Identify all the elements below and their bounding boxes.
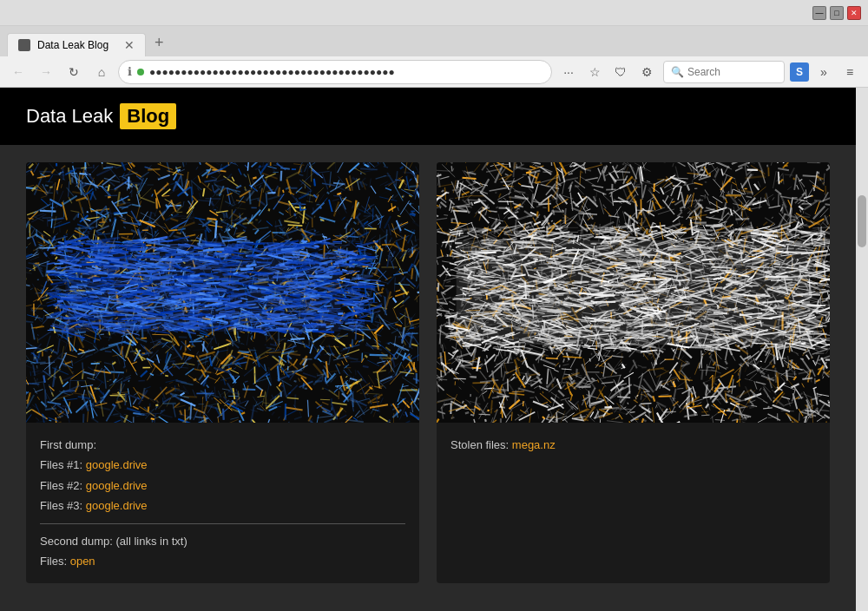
extensions-button[interactable]: S	[790, 62, 809, 82]
forward-button[interactable]: →	[35, 61, 57, 83]
maximize-button[interactable]: □	[830, 6, 844, 20]
files-open: Files: open	[40, 551, 405, 571]
card-left: First dump: Files #1: google.drive Files…	[26, 162, 419, 583]
tab-title: Data Leak Blog	[37, 39, 108, 51]
scrollbar[interactable]	[856, 88, 868, 611]
page-wrapper: Data Leak Blog First dump: Files #1: goo…	[0, 88, 856, 611]
noise-canvas-left	[26, 162, 419, 423]
first-dump-label: First dump:	[40, 435, 405, 455]
noise-canvas-right	[437, 162, 830, 423]
address-bar[interactable]: ℹ ●●●●●●●●●●●●●●●●●●●●●●●●●●●●●●●●●●●●●●…	[118, 60, 552, 84]
tab-favicon	[18, 39, 30, 51]
tab-close-button[interactable]: ✕	[124, 38, 135, 52]
files-3: Files #3: google.drive	[40, 496, 405, 516]
back-button[interactable]: ←	[7, 61, 30, 83]
content-area: First dump: Files #1: google.drive Files…	[0, 145, 856, 601]
card-left-body: First dump: Files #1: google.drive Files…	[26, 423, 419, 583]
files-3-link[interactable]: google.drive	[86, 499, 148, 512]
stolen-files-label: Stolen files:	[450, 438, 512, 451]
new-tab-button[interactable]: +	[146, 30, 173, 56]
card-divider	[40, 523, 405, 524]
bookmark-button[interactable]: ☆	[583, 61, 606, 83]
active-tab[interactable]: Data Leak Blog ✕	[7, 33, 146, 56]
stolen-files-link[interactable]: mega.nz	[512, 438, 556, 451]
logo-text-plain: Data Leak	[26, 105, 113, 128]
files-open-link[interactable]: open	[70, 555, 95, 568]
minimize-button[interactable]: —	[812, 6, 826, 20]
search-icon: 🔍	[671, 66, 684, 78]
files-2: Files #2: google.drive	[40, 476, 405, 496]
shield-button[interactable]: 🛡	[609, 61, 632, 83]
secure-indicator	[137, 69, 144, 76]
plugin-button[interactable]: ⚙	[635, 61, 658, 83]
site-logo: Data Leak Blog	[26, 103, 176, 129]
files-1-link[interactable]: google.drive	[86, 458, 148, 471]
browser-content: Data Leak Blog First dump: Files #1: goo…	[0, 88, 868, 611]
title-bar: — □ ✕	[0, 0, 868, 26]
files-2-link[interactable]: google.drive	[86, 479, 148, 492]
tab-bar: Data Leak Blog ✕ +	[0, 26, 868, 56]
toolbar-right-icons: ··· ☆ 🛡 ⚙	[557, 61, 658, 83]
card-right-body: Stolen files: mega.nz	[437, 423, 830, 467]
more-button[interactable]: ···	[557, 61, 580, 83]
search-input[interactable]	[687, 66, 774, 78]
second-dump-label: Second dump: (all links in txt)	[40, 531, 405, 551]
card-right-image	[437, 162, 830, 423]
info-icon: ℹ	[128, 65, 132, 78]
browser-toolbar: ← → ↻ ⌂ ℹ ●●●●●●●●●●●●●●●●●●●●●●●●●●●●●●…	[0, 56, 868, 88]
menu-button[interactable]: ≡	[838, 61, 861, 83]
site-header: Data Leak Blog	[0, 88, 856, 145]
window-buttons: — □ ✕	[7, 6, 861, 20]
toolbar-extra-icons: S » ≡	[790, 61, 861, 83]
card-left-image	[26, 162, 419, 423]
files-1: Files #1: google.drive	[40, 455, 405, 475]
scrollbar-thumb[interactable]	[858, 195, 866, 247]
refresh-button[interactable]: ↻	[62, 61, 85, 83]
card-right: Stolen files: mega.nz	[437, 162, 830, 583]
search-box[interactable]: 🔍	[663, 61, 785, 83]
url-text: ●●●●●●●●●●●●●●●●●●●●●●●●●●●●●●●●●●●●●●●	[149, 66, 542, 78]
overflow-button[interactable]: »	[812, 61, 835, 83]
home-button[interactable]: ⌂	[90, 61, 113, 83]
logo-text-highlight: Blog	[120, 103, 176, 129]
close-button[interactable]: ✕	[847, 6, 861, 20]
